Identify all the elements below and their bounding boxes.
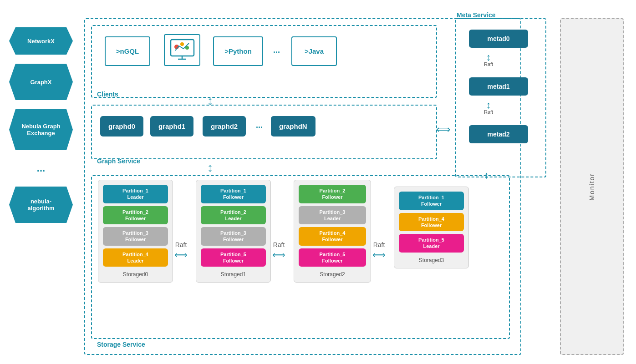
storaged3-container: Partition_1Follower Partition_4Follower … (394, 187, 469, 268)
storaged1-p3: Partition_3Follower (201, 227, 266, 246)
storaged3-label: Storaged3 (399, 257, 464, 263)
svg-point-2 (180, 42, 184, 46)
storaged0-p3: Partition_3Follower (103, 227, 168, 246)
graphx-hex: GraphX (9, 64, 73, 100)
storaged0-container: Partition_1Leader Partition_2Follower Pa… (98, 180, 173, 283)
nebula-algorithm-label: nebula-algorithm (18, 198, 64, 212)
graphd0-box: graphd0 (100, 116, 143, 136)
storaged2-p4: Partition_4Follower (299, 227, 366, 246)
graph-meta-arrow: ⟺ (436, 124, 451, 136)
storaged0-p1: Partition_1Leader (103, 185, 168, 203)
studio-icon (170, 39, 195, 61)
studio-box (164, 34, 200, 66)
raft-arrow-1-2: Raft ⟺ (272, 241, 285, 260)
meta-raft1: ↕ Raft (484, 52, 493, 67)
storaged2-container: Partition_2Follower Partition_3Leader Pa… (294, 180, 371, 283)
meta-raft2: ↕ Raft (484, 100, 493, 115)
graphd2-box: graphd2 (203, 116, 246, 136)
graphdN-box: graphdN (271, 116, 315, 136)
storaged3-p4: Partition_4Follower (399, 213, 464, 232)
left-sidebar: NetworkX GraphX Nebula Graph Exchange ..… (9, 27, 73, 223)
storaged0-p4: Partition_4Leader (103, 248, 168, 267)
storaged1-container: Partition_1Follower Partition_2Leader Pa… (196, 180, 271, 283)
meta-service-label: Meta Service (457, 11, 496, 19)
graph-storage-arrow: ↕ (207, 162, 213, 173)
raft-arrow-0-1: Raft ⟺ (174, 241, 188, 260)
clients-dots: ··· (273, 48, 280, 57)
storage-service-label: Storage Service (97, 340, 145, 349)
diagram: NetworkX GraphX Nebula Graph Exchange ..… (0, 0, 636, 364)
metad1-box: metad1 (469, 77, 528, 96)
metad0-box: metad0 (469, 30, 528, 48)
sidebar-dots: ... (9, 159, 73, 177)
storaged0-p2: Partition_2Follower (103, 206, 168, 225)
storaged1-label: Storaged1 (201, 271, 266, 278)
nebula-exchange-hex: Nebula Graph Exchange (9, 109, 73, 150)
monitor-section: Monitor (560, 18, 624, 355)
graphd-dots: ··· (256, 123, 263, 132)
networkx-label: NetworkX (27, 38, 55, 45)
storaged3-p1: Partition_1Follower (399, 192, 464, 210)
python-box: >Python (213, 36, 263, 66)
networkx-hex: NetworkX (9, 27, 73, 55)
clients-label: Clients (97, 90, 118, 98)
storaged3-p5: Partition_5Leader (399, 234, 464, 253)
java-box: >Java (291, 36, 337, 66)
storaged2-p2: Partition_2Follower (299, 185, 366, 203)
raft-arrow-2-3: Raft ⟺ (372, 241, 386, 260)
storaged2-p3: Partition_3Leader (299, 206, 366, 225)
storaged1-p2: Partition_2Leader (201, 206, 266, 225)
monitor-label: Monitor (588, 173, 595, 201)
storaged1-p1: Partition_1Follower (201, 185, 266, 203)
graph-service-label: Graph Service (97, 157, 140, 165)
nebula-algorithm-hex: nebula-algorithm (9, 187, 73, 223)
graphd1-box: graphd1 (150, 116, 193, 136)
storaged0-label: Storaged0 (103, 271, 168, 278)
storaged2-label: Storaged2 (299, 271, 366, 278)
metad2-box: metad2 (469, 125, 528, 143)
storage-meta-arrow: ↕ (484, 169, 489, 181)
storaged1-p5: Partition_5Follower (201, 248, 266, 267)
graphx-label: GraphX (31, 79, 52, 86)
storaged2-p5: Partition_5Follower (299, 248, 366, 267)
nebula-exchange-label: Nebula Graph Exchange (18, 123, 64, 136)
ngql-box: >nGQL (105, 36, 150, 66)
